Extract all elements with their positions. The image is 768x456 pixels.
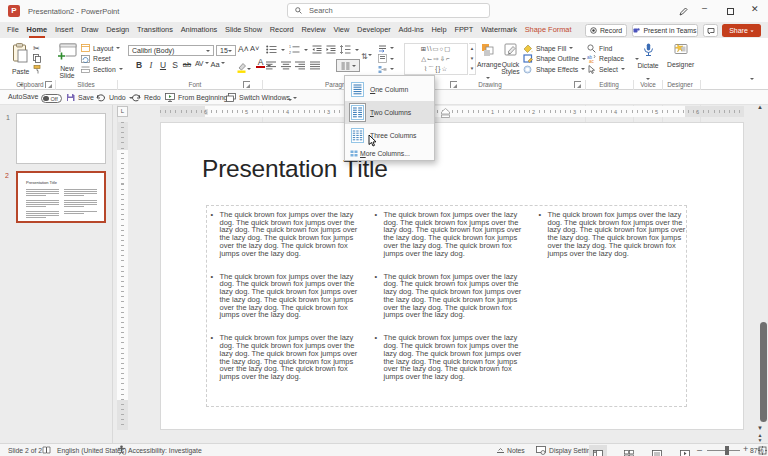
- ink-pen-icon[interactable]: [679, 7, 688, 16]
- decrease-indent-icon[interactable]: [312, 45, 322, 54]
- maximize-button[interactable]: [727, 8, 734, 15]
- vertical-ruler[interactable]: [117, 122, 128, 430]
- tab-developer[interactable]: Developer: [353, 22, 394, 38]
- text-shadow-button[interactable]: S: [169, 60, 181, 70]
- tab-draw[interactable]: Draw: [77, 22, 102, 38]
- tab-view[interactable]: View: [330, 22, 354, 38]
- close-button[interactable]: ✕: [751, 4, 759, 14]
- select-button[interactable]: Select: [587, 64, 639, 75]
- slide-canvas[interactable]: Presentation Title •The quick brown fox …: [160, 122, 744, 430]
- strikethrough-button[interactable]: ab: [181, 60, 193, 70]
- font-size-combo[interactable]: 15: [216, 45, 236, 56]
- bullets-icon[interactable]: [266, 45, 277, 54]
- share-button[interactable]: Share: [722, 24, 761, 37]
- decrease-font-size-button[interactable]: A˅: [250, 44, 259, 53]
- text-height-button[interactable]: ⇅: [361, 45, 372, 63]
- underline-button[interactable]: U: [157, 60, 169, 70]
- format-painter-button[interactable]: [33, 64, 42, 75]
- zoom-slider-thumb[interactable]: [725, 446, 729, 455]
- tab-review[interactable]: Review: [298, 22, 330, 38]
- tab-fppt[interactable]: FPPT: [450, 22, 477, 38]
- highlight-color-button[interactable]: [236, 59, 251, 77]
- quick-styles-button[interactable]: Quick Styles: [500, 43, 521, 75]
- autosave-toggle[interactable]: Off: [41, 94, 62, 103]
- cut-button[interactable]: ✂: [33, 43, 42, 54]
- vertical-scrollbar-thumb[interactable]: [760, 322, 767, 422]
- menu-item-three-columns[interactable]: Three Columns: [345, 124, 434, 147]
- accessibility-icon[interactable]: [117, 445, 126, 455]
- minimize-button[interactable]: –: [702, 3, 707, 13]
- shape-outline-button[interactable]: Shape Outline: [523, 54, 586, 65]
- shape-effects-button[interactable]: Shape Effects: [523, 64, 586, 75]
- align-center-icon[interactable]: [281, 61, 291, 70]
- menu-item-two-columns[interactable]: Two Columns: [345, 101, 434, 124]
- tab-shape-format[interactable]: Shape Format: [521, 22, 576, 38]
- font-name-combo[interactable]: Calibri (Body): [128, 45, 214, 56]
- font-color-button[interactable]: A: [256, 58, 265, 68]
- menu-item-more-columns[interactable]: More Columns...: [345, 146, 434, 160]
- increase-indent-icon[interactable]: [326, 45, 336, 54]
- replace-button[interactable]: abacReplace: [587, 54, 639, 65]
- tab-record[interactable]: Record: [266, 22, 298, 38]
- tab-file[interactable]: File: [3, 22, 23, 38]
- from-beginning-button[interactable]: From Beginning: [165, 93, 227, 102]
- change-case-button[interactable]: Aa: [209, 60, 221, 70]
- tab-stop-selector[interactable]: L: [117, 106, 128, 117]
- convert-smartart-button[interactable]: [378, 64, 394, 75]
- section-button[interactable]: Section: [81, 64, 123, 75]
- zoom-slider-track[interactable]: [707, 450, 740, 451]
- tab-design[interactable]: Design: [102, 22, 133, 38]
- numbering-icon[interactable]: 12: [289, 45, 300, 54]
- slide-indicator[interactable]: Slide 2 of 2: [8, 447, 42, 454]
- justify-icon[interactable]: [310, 61, 320, 70]
- slide-2-thumbnail[interactable]: Presentation Title: [16, 171, 106, 223]
- tab-help[interactable]: Help: [428, 22, 451, 38]
- align-right-icon[interactable]: [295, 61, 305, 70]
- fit-to-window-icon[interactable]: [758, 446, 767, 455]
- powerpoint-app-icon[interactable]: P: [8, 5, 20, 17]
- qat-overflow-icon[interactable]: [288, 99, 292, 103]
- columns-button[interactable]: [336, 59, 360, 72]
- slide-sorter-view-button[interactable]: [620, 445, 638, 456]
- hanging-indent-marker[interactable]: [441, 108, 450, 118]
- font-dialog-launcher[interactable]: [243, 81, 250, 88]
- tab-insert[interactable]: Insert: [51, 22, 77, 38]
- copy-button[interactable]: [33, 54, 42, 65]
- align-left-icon[interactable]: [266, 61, 276, 70]
- tab-add-ins[interactable]: Add-ins: [395, 22, 428, 38]
- layout-button[interactable]: Layout: [81, 43, 123, 54]
- clipboard-dialog-launcher[interactable]: [45, 81, 52, 88]
- reading-view-button[interactable]: [648, 445, 666, 456]
- character-spacing-button[interactable]: AV: [193, 60, 205, 70]
- paragraph-dialog-launcher[interactable]: [450, 81, 457, 88]
- new-slide-button[interactable]: New Slide: [57, 43, 77, 79]
- tab-home[interactable]: Home: [23, 22, 51, 38]
- increase-font-size-button[interactable]: A˄: [238, 44, 249, 54]
- shape-fill-button[interactable]: Shape Fill: [523, 43, 586, 54]
- find-button[interactable]: Find: [587, 43, 639, 54]
- record-button[interactable]: Record: [585, 24, 627, 37]
- search-input[interactable]: Search: [287, 3, 490, 18]
- shapes-gallery-scroll[interactable]: ▲▼▼: [469, 43, 476, 75]
- slideshow-view-button[interactable]: [676, 445, 694, 456]
- comments-button[interactable]: [703, 24, 718, 37]
- align-text-button[interactable]: [378, 54, 394, 65]
- redo-button[interactable]: Redo: [131, 93, 161, 102]
- designer-button[interactable]: Designer: [667, 43, 693, 68]
- normal-view-button[interactable]: [589, 445, 607, 456]
- accessibility-status[interactable]: Accessibility: Investigate: [128, 447, 202, 454]
- save-button[interactable]: Save: [66, 93, 94, 102]
- switch-windows-button[interactable]: Switch Windows: [226, 93, 297, 102]
- arrange-button[interactable]: Arrange: [477, 43, 499, 86]
- italic-button[interactable]: I: [145, 60, 157, 70]
- reset-button[interactable]: Reset: [81, 54, 123, 65]
- zoom-out-button[interactable]: –: [697, 445, 702, 455]
- notes-button[interactable]: Notes: [507, 447, 525, 454]
- horizontal-ruler[interactable]: 6 5 4 3 1 2 3 4 5 6: [160, 106, 744, 117]
- tab-animations[interactable]: Animations: [177, 22, 221, 38]
- tab-transitions[interactable]: Transitions: [133, 22, 177, 38]
- shapes-gallery[interactable]: ⊞\\▭○▢△⌙⇨⇩⌐⌇⌒{}☆: [404, 43, 468, 75]
- text-direction-button[interactable]: [378, 43, 394, 54]
- menu-item-one-column[interactable]: One Column: [345, 78, 434, 101]
- present-in-teams-button[interactable]: Present in Teams: [632, 24, 698, 37]
